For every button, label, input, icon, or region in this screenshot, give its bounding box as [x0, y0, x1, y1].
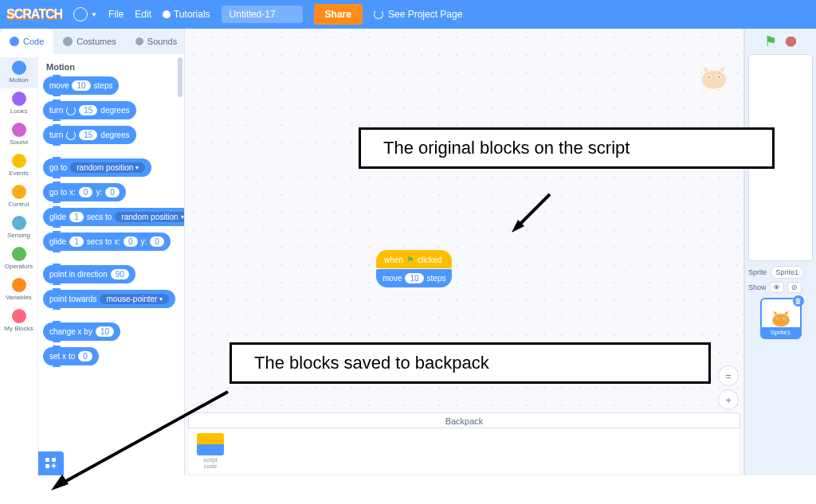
center-panel: when⚑clicked move10steps = + − Backpack … — [185, 29, 744, 475]
project-title-input[interactable]: Untitled-17 — [222, 6, 303, 23]
sprite-name-input[interactable]: Sprite1 — [771, 266, 805, 279]
sprite-watermark-icon — [699, 64, 729, 91]
sounds-icon — [135, 37, 143, 45]
svg-line-13 — [518, 194, 550, 226]
cat-icon — [770, 309, 792, 328]
delete-sprite-button[interactable]: 🗑 — [793, 295, 804, 307]
category-column: MotionLooksSoundEventsControlSensingOper… — [0, 54, 38, 475]
svg-point-6 — [708, 76, 710, 78]
category-label: Variables — [6, 294, 32, 301]
show-label: Show — [748, 283, 767, 291]
right-panel: ⚑ SpriteSprite1 Show👁⊘ 🗑 Sprite1 — [744, 29, 816, 475]
svg-point-11 — [777, 318, 778, 318]
block-turn-ccw[interactable]: turn15degrees — [43, 126, 136, 144]
category-operators[interactable]: Operators — [0, 244, 37, 275]
category-events[interactable]: Events — [0, 150, 37, 182]
category-label: Operators — [5, 263, 33, 270]
green-flag-button[interactable]: ⚑ — [764, 35, 777, 48]
backpack-body[interactable]: scriptcode — [188, 428, 740, 476]
tab-code[interactable]: Code — [0, 29, 53, 54]
category-dot-icon — [12, 92, 26, 106]
category-dot-icon — [12, 278, 26, 292]
arrow-to-backpack-icon — [45, 385, 236, 497]
svg-line-15 — [61, 392, 228, 484]
category-dot-icon — [12, 61, 26, 75]
swap-icon — [374, 10, 383, 19]
costumes-icon — [63, 37, 73, 46]
arrow-to-script-icon — [508, 188, 556, 236]
editor-tabs: Code Costumes Sounds — [0, 29, 184, 54]
green-flag-icon: ⚑ — [406, 255, 414, 265]
block-move-steps-script[interactable]: move10steps — [376, 269, 452, 287]
backpack-header[interactable]: Backpack — [188, 412, 740, 428]
hide-sprite-button[interactable]: ⊘ — [787, 282, 802, 293]
sprite-thumbnail[interactable]: 🗑 Sprite1 — [760, 298, 802, 339]
category-sensing[interactable]: Sensing — [0, 213, 37, 244]
show-sprite-button[interactable]: 👁 — [770, 282, 784, 293]
block-point-direction[interactable]: point in direction90 — [43, 265, 135, 283]
tab-costumes[interactable]: Costumes — [53, 29, 126, 54]
category-label: Sound — [10, 139, 28, 146]
globe-icon — [73, 7, 88, 21]
ccw-arrow-icon — [66, 131, 76, 140]
zoom-in-button[interactable]: + — [718, 389, 739, 410]
svg-point-12 — [783, 318, 784, 318]
category-dot-icon — [12, 247, 26, 261]
tutorials-link[interactable]: Tutorials — [163, 9, 210, 20]
block-goto[interactable]: go torandom position — [43, 158, 151, 177]
block-change-x[interactable]: change x by10 — [43, 322, 120, 341]
file-menu[interactable]: File — [108, 9, 124, 20]
tab-sounds[interactable]: Sounds — [126, 29, 186, 54]
block-goto-xy[interactable]: go to x:0y:0 — [43, 183, 126, 201]
category-label: Events — [9, 170, 28, 177]
code-icon — [10, 37, 19, 46]
palette-heading: Motion — [46, 62, 179, 72]
block-point-towards[interactable]: point towardsmouse-pointer — [43, 290, 175, 308]
block-glide-xy[interactable]: glide1secs to x:0y:0 — [43, 232, 171, 251]
block-glide-to[interactable]: glide1secs torandom position — [43, 208, 184, 226]
bulb-icon — [163, 10, 171, 18]
stop-button[interactable] — [785, 35, 798, 48]
category-label: Motion — [9, 76, 28, 84]
sprite-thumb-name: Sprite1 — [762, 327, 800, 338]
category-dot-icon — [12, 154, 26, 168]
share-button[interactable]: Share — [314, 4, 363, 25]
block-turn-cw[interactable]: turn15degrees — [43, 101, 136, 119]
see-project-page-link[interactable]: See Project Page — [374, 9, 462, 20]
category-label: Looks — [10, 107, 27, 115]
svg-point-8 — [772, 314, 790, 326]
stop-icon — [786, 37, 796, 47]
edit-menu[interactable]: Edit — [135, 9, 151, 20]
svg-marker-16 — [51, 475, 69, 490]
category-looks[interactable]: Looks — [0, 88, 37, 119]
category-dot-icon — [12, 216, 26, 230]
script-stack[interactable]: when⚑clicked move10steps — [376, 250, 452, 287]
sprite-info-panel: SpriteSprite1 Show👁⊘ 🗑 Sprite1 — [748, 266, 813, 339]
category-dot-icon — [12, 185, 26, 199]
annotation-original-blocks: The original blocks on the script — [359, 127, 775, 169]
scratch-logo[interactable]: SCRATCH — [6, 7, 62, 21]
scripts-canvas[interactable]: when⚑clicked move10steps = + − — [185, 29, 743, 475]
category-sound[interactable]: Sound — [0, 119, 37, 150]
category-dot-icon — [12, 309, 26, 323]
menu-bar: SCRATCH ▼ File Edit Tutorials Untitled-1… — [0, 0, 816, 29]
block-when-flag-clicked[interactable]: when⚑clicked — [376, 250, 452, 268]
block-set-x[interactable]: set x to0 — [43, 347, 99, 365]
zoom-reset-button[interactable]: = — [718, 365, 739, 386]
category-label: Control — [9, 201, 29, 208]
category-label: Sensing — [7, 232, 30, 239]
category-control[interactable]: Control — [0, 182, 37, 213]
category-dot-icon — [12, 123, 26, 137]
palette-scrollbar[interactable] — [178, 57, 182, 97]
category-variables[interactable]: Variables — [0, 275, 37, 306]
category-motion[interactable]: Motion — [0, 57, 37, 88]
cw-arrow-icon — [66, 106, 76, 115]
annotation-backpack-blocks: The blocks saved to backpack — [230, 342, 711, 384]
svg-point-3 — [702, 71, 727, 89]
category-label: My Blocks — [4, 325, 33, 332]
sprite-label: Sprite — [748, 268, 767, 276]
language-menu[interactable]: ▼ — [73, 7, 97, 21]
block-move-steps[interactable]: move10steps — [43, 76, 119, 95]
category-my-blocks[interactable]: My Blocks — [0, 306, 37, 337]
svg-point-7 — [718, 76, 720, 78]
